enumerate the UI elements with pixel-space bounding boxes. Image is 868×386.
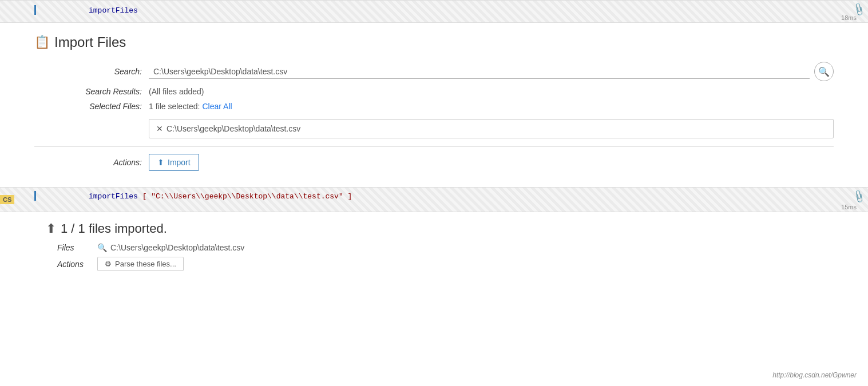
parse-button-gear-icon: ⚙ <box>105 260 112 268</box>
cs-code-content: [ "C:\\Users\\geekp\\Desktop\\data\\test… <box>138 192 352 201</box>
parse-files-button[interactable]: ⚙ Parse these files... <box>97 257 184 271</box>
result-section: ⬆ 1 / 1 files imported. Files 🔍 C:\Users… <box>0 212 868 285</box>
page-wrapper: importFiles 📎 18ms 📋 Import Files Search… <box>0 0 868 386</box>
search-icon: 🔍 <box>818 66 830 77</box>
cs-keyword: importFiles <box>89 192 138 201</box>
file-remove-icon[interactable]: ✕ <box>156 124 163 133</box>
result-file-path: C:\Users\geekp\Desktop\data\test.csv <box>110 243 244 252</box>
import-actions-label: Actions: <box>69 158 149 167</box>
result-title-text: 1 / 1 files imported. <box>61 221 167 236</box>
clear-all-link[interactable]: Clear All <box>203 102 232 111</box>
result-actions-label: Actions <box>57 260 97 269</box>
result-files-label: Files <box>57 243 97 252</box>
import-actions-row: Actions: ⬆ Import <box>34 154 834 171</box>
file-path: C:\Users\geekp\Desktop\data\test.csv <box>167 124 300 133</box>
search-results-value: (All files added) <box>149 87 204 96</box>
section-title-text: Import Files <box>54 34 126 50</box>
import-button[interactable]: ⬆ Import <box>149 154 199 171</box>
cs-code-block: CS importFiles [ "C:\\Users\\geekp\\Desk… <box>0 187 868 212</box>
result-search-icon: 🔍 <box>97 243 107 252</box>
result-cloud-icon: ⬆ <box>46 221 56 236</box>
result-files-row: Files 🔍 C:\Users\geekp\Desktop\data\test… <box>46 243 834 252</box>
selected-files-row: Selected Files: 1 file selected: Clear A… <box>34 102 834 111</box>
search-input-wrapper: 🔍 <box>149 62 834 81</box>
parse-button-label: Parse these files... <box>115 260 176 268</box>
import-files-icon: 📋 <box>34 35 50 50</box>
cs-timestamp: 15ms <box>841 204 857 210</box>
watermark: http://blog.csdn.net/Gpwner <box>772 371 857 379</box>
import-button-label: Import <box>168 158 191 167</box>
import-button-icon: ⬆ <box>157 158 164 167</box>
search-input[interactable] <box>149 65 810 79</box>
top-timestamp: 18ms <box>841 14 857 21</box>
selected-files-count: 1 file selected: <box>149 102 200 111</box>
file-item: ✕ C:\Users\geekp\Desktop\data\test.csv <box>156 124 826 133</box>
search-results-label: Search Results: <box>69 87 149 96</box>
search-row: Search: 🔍 <box>34 62 834 81</box>
selected-files-list-row: ✕ C:\Users\geekp\Desktop\data\test.csv <box>34 117 834 141</box>
search-label: Search: <box>69 67 149 76</box>
result-actions-row: Actions ⚙ Parse these files... <box>46 257 834 271</box>
top-code-text: importFiles <box>43 4 184 17</box>
divider <box>34 146 834 147</box>
selected-files-list: ✕ C:\Users\geekp\Desktop\data\test.csv <box>149 119 834 138</box>
search-button[interactable]: 🔍 <box>814 62 834 81</box>
cs-code-line: importFiles [ "C:\\Users\\geekp\\Desktop… <box>43 190 398 203</box>
section-title: 📋 Import Files <box>34 34 834 50</box>
cs-badge: CS <box>0 195 14 204</box>
import-section: 📋 Import Files Search: 🔍 Search Results:… <box>0 23 868 187</box>
selected-files-label: Selected Files: <box>69 102 149 111</box>
result-files-value: 🔍 C:\Users\geekp\Desktop\data\test.csv <box>97 243 244 252</box>
result-title: ⬆ 1 / 1 files imported. <box>46 221 834 236</box>
top-code-block: importFiles 📎 18ms <box>0 0 868 23</box>
search-results-row: Search Results: (All files added) <box>34 87 834 96</box>
